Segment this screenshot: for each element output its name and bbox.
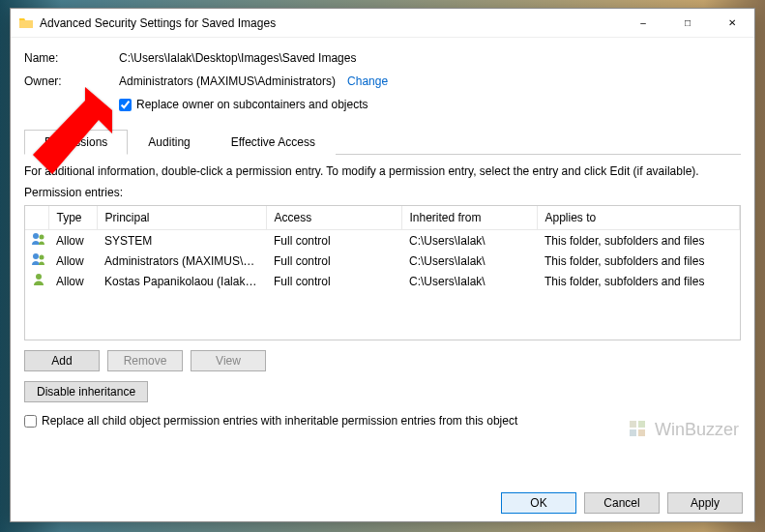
watermark: WinBuzzer [628, 419, 739, 440]
cell-access: Full control [266, 251, 401, 271]
svg-rect-6 [638, 421, 645, 428]
tab-effective-access[interactable]: Effective Access [211, 130, 336, 155]
replace-all-checkbox[interactable] [24, 415, 37, 428]
name-label: Name: [24, 51, 119, 65]
dialog-window: Advanced Security Settings for Saved Ima… [10, 8, 755, 522]
cancel-button-label: Cancel [603, 496, 639, 510]
svg-point-3 [40, 255, 44, 260]
instruction-text: For additional information, double-click… [24, 164, 741, 178]
content-area: Name: C:\Users\Ialak\Desktop\Images\Save… [11, 38, 754, 485]
apply-button[interactable]: Apply [667, 492, 743, 514]
col-access[interactable]: Access [266, 206, 401, 230]
svg-point-4 [36, 274, 42, 280]
col-principal[interactable]: Principal [97, 206, 266, 230]
replace-owner-checkbox[interactable] [119, 99, 132, 111]
table-header-row: Type Principal Access Inherited from App… [25, 206, 740, 230]
table-row[interactable]: AllowKostas Papanikolaou (Ialaki2...Full… [25, 271, 740, 291]
name-row: Name: C:\Users\Ialak\Desktop\Images\Save… [24, 51, 741, 65]
svg-point-0 [33, 233, 39, 239]
add-button-label: Add [51, 354, 72, 368]
svg-point-2 [33, 253, 39, 259]
cell-applies: This folder, subfolders and files [537, 251, 740, 271]
cell-type: Allow [48, 271, 97, 291]
cell-inherited: C:\Users\Ialak\ [401, 271, 537, 291]
tabs: Permissions Auditing Effective Access [24, 129, 741, 155]
svg-point-1 [40, 235, 44, 240]
ok-button[interactable]: OK [501, 492, 576, 514]
ok-button-label: OK [530, 496, 546, 510]
cell-principal: Administrators (MAXIMUS\A... [97, 251, 266, 271]
table-row[interactable]: AllowSYSTEMFull controlC:\Users\Ialak\Th… [25, 230, 740, 251]
replace-all-label: Replace all child object permission entr… [42, 414, 517, 428]
minimize-button[interactable]: – [621, 9, 665, 38]
view-button: View [191, 350, 266, 371]
svg-rect-7 [630, 429, 636, 436]
owner-row: Owner: Administrators (MAXIMUS\Administr… [24, 74, 741, 88]
tab-auditing-label: Auditing [148, 135, 190, 149]
watermark-text: WinBuzzer [655, 420, 739, 440]
cell-principal: Kostas Papanikolaou (Ialaki2... [97, 271, 266, 291]
cell-access: Full control [266, 271, 401, 291]
window-controls: – □ ✕ [621, 9, 754, 38]
remove-button: Remove [107, 350, 183, 371]
principal-icon [25, 271, 48, 291]
tab-effective-label: Effective Access [231, 135, 315, 149]
winbuzzer-icon [628, 419, 649, 440]
owner-value: Administrators (MAXIMUS\Administrators) [119, 74, 336, 88]
replace-owner-row: Replace owner on subcontainers and objec… [119, 98, 741, 111]
view-button-label: View [216, 354, 241, 368]
tab-auditing[interactable]: Auditing [128, 130, 210, 155]
permissions-table: Type Principal Access Inherited from App… [24, 205, 741, 340]
col-inherited[interactable]: Inherited from [401, 206, 537, 230]
cell-applies: This folder, subfolders and files [537, 230, 740, 251]
cell-inherited: C:\Users\Ialak\ [401, 230, 537, 251]
entry-buttons: Add Remove View [24, 350, 741, 371]
entries-label: Permission entries: [24, 186, 741, 199]
cancel-button[interactable]: Cancel [584, 492, 660, 514]
principal-icon [25, 251, 48, 271]
disable-inheritance-button[interactable]: Disable inheritance [24, 381, 148, 402]
titlebar: Advanced Security Settings for Saved Ima… [11, 9, 754, 38]
col-applies[interactable]: Applies to [537, 206, 740, 230]
svg-rect-5 [630, 421, 636, 428]
replace-owner-label: Replace owner on subcontainers and objec… [136, 98, 368, 111]
maximize-button[interactable]: □ [665, 9, 710, 38]
col-icon[interactable] [25, 206, 48, 230]
window-title: Advanced Security Settings for Saved Ima… [40, 16, 621, 30]
owner-label: Owner: [24, 74, 119, 88]
name-value: C:\Users\Ialak\Desktop\Images\Saved Imag… [119, 51, 356, 65]
tab-permissions[interactable]: Permissions [24, 130, 128, 155]
folder-icon [18, 15, 34, 31]
cell-type: Allow [48, 251, 97, 271]
inherit-row: Disable inheritance [24, 381, 741, 402]
tab-permissions-label: Permissions [44, 135, 107, 149]
add-button[interactable]: Add [24, 350, 100, 371]
dialog-buttons: OK Cancel Apply [11, 485, 754, 521]
apply-button-label: Apply [691, 496, 720, 510]
col-type[interactable]: Type [48, 206, 97, 230]
remove-button-label: Remove [124, 354, 167, 368]
cell-principal: SYSTEM [97, 230, 266, 251]
disable-inheritance-label: Disable inheritance [37, 385, 135, 399]
close-button[interactable]: ✕ [710, 9, 754, 38]
principal-icon [25, 230, 48, 251]
table-row[interactable]: AllowAdministrators (MAXIMUS\A...Full co… [25, 251, 740, 271]
svg-rect-8 [638, 429, 645, 436]
cell-inherited: C:\Users\Ialak\ [401, 251, 537, 271]
change-link[interactable]: Change [347, 74, 388, 88]
cell-access: Full control [266, 230, 401, 251]
cell-type: Allow [48, 230, 97, 251]
cell-applies: This folder, subfolders and files [537, 271, 740, 291]
